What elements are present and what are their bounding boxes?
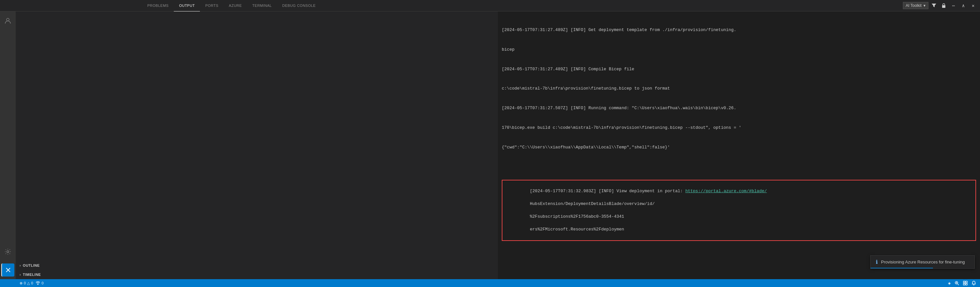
notification-toast: ℹ Provisioning Azure Resources for fine-…: [870, 255, 975, 269]
status-left-section: ⊗ 0 △ 0 0: [3, 281, 45, 285]
svg-line-7: [958, 284, 959, 285]
chevron-down-icon: ▾: [923, 3, 926, 8]
svg-rect-12: [963, 284, 965, 285]
output-highlighted-line-4: ers%2FMicrosoft.Resources%2Fdeploymen: [530, 227, 624, 232]
output-highlighted-line-3: %2Fsubscriptions%2F1756abc0-3554-4341: [530, 214, 624, 219]
sidebar-section-outline[interactable]: › OUTLINE: [16, 261, 498, 270]
svg-rect-0: [942, 5, 945, 8]
close-panel-icon[interactable]: ✕: [969, 1, 977, 10]
tab-debug-console[interactable]: DEBUG CONSOLE: [277, 0, 321, 11]
tab-output[interactable]: OUTPUT: [174, 0, 200, 11]
timeline-chevron-icon: ›: [20, 273, 21, 277]
output-highlighted-line-2: HubsExtension/DeploymentDetailsBlade/ove…: [530, 201, 655, 206]
status-zoom-icon[interactable]: [953, 281, 960, 285]
svg-rect-13: [966, 284, 967, 285]
status-bar: ⊗ 0 △ 0 0 ◈: [0, 279, 980, 287]
layout-icon: [963, 281, 967, 285]
sidebar-panel: › OUTLINE › TIMELINE: [16, 11, 498, 279]
lock-icon[interactable]: [940, 1, 948, 10]
output-content-area[interactable]: [2024-05-17T07:31:27.489Z] [INFO] Get de…: [498, 11, 980, 279]
output-panel: [2024-05-17T07:31:27.489Z] [INFO] Get de…: [498, 11, 980, 279]
svg-point-2: [7, 251, 9, 253]
wireless-icon: [36, 281, 40, 285]
timeline-label: TIMELINE: [23, 273, 41, 277]
status-wireless[interactable]: 0: [34, 281, 45, 285]
panel-right-controls: AI Toolkit ▾ ⋯ ∧ ✕: [903, 1, 980, 10]
tab-ports[interactable]: PORTS: [200, 0, 223, 11]
portal-link[interactable]: https://portal.azure.com/#blade/: [685, 189, 767, 193]
filter-icon[interactable]: [930, 1, 938, 10]
error-count: 0: [24, 281, 26, 285]
output-line-1: [2024-05-17T07:31:27.489Z] [INFO] Get de…: [502, 27, 976, 33]
output-line-4: c:\code\mistral-7b\infra\provision\finet…: [502, 85, 976, 92]
notification-progress-bar: [870, 268, 933, 268]
main-layout: › OUTLINE › TIMELINE [2024-05-17T07:31:2…: [0, 11, 980, 279]
warning-icon: △: [27, 281, 30, 285]
output-line-2: bicep: [502, 46, 976, 53]
panel-tab-bar: PROBLEMS OUTPUT PORTS AZURE TERMINAL DEB…: [0, 0, 980, 11]
status-right-section: ◈: [947, 281, 977, 285]
more-icon[interactable]: ⋯: [949, 1, 958, 10]
svg-point-1: [6, 18, 9, 21]
notification-text: Provisioning Azure Resources for fine-tu…: [881, 260, 965, 265]
minimize-panel-icon[interactable]: ∧: [959, 1, 967, 10]
output-line-6: 170\bicep.exe build c:\code\mistral-7b\i…: [502, 124, 976, 131]
outline-chevron-icon: ›: [20, 264, 21, 267]
sidebar-section-timeline[interactable]: › TIMELINE: [16, 270, 498, 279]
tab-azure[interactable]: AZURE: [224, 0, 247, 11]
output-line-5: [2024-05-17T07:31:27.507Z] [INFO] Runnin…: [502, 105, 976, 112]
settings-icon[interactable]: [1, 245, 14, 258]
highlighted-output-block: [2024-05-17T07:31:32.983Z] [INFO] View d…: [502, 180, 976, 241]
wireless-count: 0: [41, 281, 43, 285]
status-grid-icon[interactable]: [962, 281, 969, 285]
dropdown-label: AI Toolkit: [906, 3, 921, 8]
status-diamond-icon[interactable]: ◈: [947, 281, 952, 285]
tab-problems[interactable]: PROBLEMS: [142, 0, 174, 11]
warning-count: 0: [31, 281, 33, 285]
status-errors[interactable]: ⊗ 0 △ 0: [18, 281, 34, 285]
status-bell-icon[interactable]: [970, 281, 977, 285]
xtoolkit-icon[interactable]: [1, 263, 14, 277]
tab-terminal[interactable]: TERMINAL: [247, 0, 277, 11]
bell-icon: [972, 281, 976, 285]
user-icon[interactable]: [1, 14, 14, 27]
output-highlighted-line-1: [2024-05-17T07:31:32.983Z] [INFO] View d…: [530, 189, 685, 193]
outline-label: OUTLINE: [23, 263, 40, 267]
error-icon: ⊗: [20, 281, 22, 285]
output-line-7: {"cwd":"C:\\Users\\xiaofhua\\AppData\\Lo…: [502, 144, 976, 151]
activity-bar: [0, 11, 16, 279]
svg-rect-10: [963, 281, 965, 283]
notification-info-icon: ℹ: [876, 259, 878, 265]
svg-point-5: [38, 284, 38, 285]
svg-rect-11: [966, 281, 967, 283]
zoom-icon: [955, 281, 959, 285]
output-source-dropdown[interactable]: AI Toolkit ▾: [903, 2, 928, 9]
output-line-3: [2024-05-17T07:31:27.489Z] [INFO] Compil…: [502, 66, 976, 73]
